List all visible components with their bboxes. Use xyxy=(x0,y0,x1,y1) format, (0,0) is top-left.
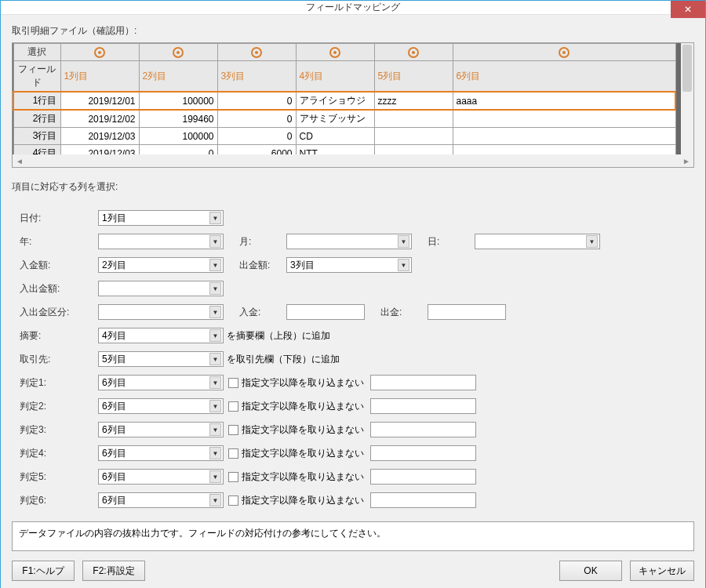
chevron-down-icon: ▼ xyxy=(586,235,598,248)
judge3-label: 判定3: xyxy=(20,423,98,437)
out-input[interactable] xyxy=(428,304,506,320)
table-row[interactable]: 1行目 2019/12/01 100000 0 アライショウジ zzzz aaa… xyxy=(13,92,675,110)
cell: 2019/12/03 xyxy=(60,128,139,145)
grid-col-header[interactable]: 6列目 xyxy=(453,61,675,93)
chevron-down-icon: ▼ xyxy=(398,259,409,271)
grid-col-header[interactable]: 2列目 xyxy=(139,61,217,93)
date-combo[interactable]: 1列目▼ xyxy=(98,210,224,226)
chevron-right-icon: ► xyxy=(682,157,690,165)
judge4-input[interactable] xyxy=(370,445,476,461)
day-label: 日: xyxy=(412,235,475,249)
judge2-combo[interactable]: 6列目▼ xyxy=(98,398,224,414)
preview-label: 取引明細ファイル（確認用）: xyxy=(12,24,694,38)
target-icon xyxy=(94,47,105,58)
chevron-down-icon: ▼ xyxy=(209,259,221,271)
judge2-checkbox[interactable] xyxy=(228,401,238,412)
inout-combo[interactable]: ▼ xyxy=(98,281,224,296)
target-icon xyxy=(329,47,340,58)
judge6-input[interactable] xyxy=(370,492,476,508)
row-header: 2行目 xyxy=(13,110,60,128)
judge6-combo[interactable]: 6列目▼ xyxy=(98,492,224,508)
cell: 0 xyxy=(217,128,296,145)
grid-col-target-6[interactable] xyxy=(453,44,675,61)
deposit-combo[interactable]: 2列目▼ xyxy=(98,257,224,273)
judge1-combo[interactable]: 6列目▼ xyxy=(98,375,224,390)
year-combo[interactable]: ▼ xyxy=(98,234,224,249)
preview-grid: 選択 フィールド 1列目 2列目 3列目 4列目 5列目 xyxy=(12,42,694,168)
cancel-button[interactable]: キャンセル xyxy=(630,561,694,581)
judge4-checkbox[interactable] xyxy=(228,448,238,459)
inout-class-combo[interactable]: ▼ xyxy=(98,304,224,320)
mapping-label: 項目に対応する列を選択: xyxy=(12,180,694,194)
withdraw-label: 出金額: xyxy=(224,259,286,272)
close-button[interactable]: ✕ xyxy=(671,1,705,18)
chevron-left-icon: ◄ xyxy=(16,157,24,165)
cell xyxy=(453,128,675,145)
grid-col-target-1[interactable] xyxy=(60,44,139,61)
judge4-combo[interactable]: 6列目▼ xyxy=(98,445,224,461)
judge6-checkbox[interactable] xyxy=(228,495,238,506)
out-label: 出金: xyxy=(365,306,428,319)
exclude-label: 指定文字以降を取り込まない xyxy=(242,470,364,484)
exclude-label: 指定文字以降を取り込まない xyxy=(242,400,364,413)
judge5-combo[interactable]: 6列目▼ xyxy=(98,469,224,485)
exclude-label: 指定文字以降を取り込まない xyxy=(242,494,364,507)
in-input[interactable] xyxy=(286,304,365,320)
vertical-scrollbar[interactable] xyxy=(681,43,693,154)
info-box: データファイルの内容の抜粋出力です。フィールドの対応付けの参考にしてください。 xyxy=(12,521,694,551)
month-combo[interactable]: ▼ xyxy=(286,234,412,249)
table-row[interactable]: 2行目 2019/12/02 199460 0 アサミブッサン xyxy=(13,110,675,128)
cell: 199460 xyxy=(139,110,217,128)
grid-col-target-5[interactable] xyxy=(374,44,453,61)
grid-select-header[interactable]: 選択 xyxy=(13,44,60,61)
date-label: 日付: xyxy=(20,212,98,225)
grid-col-target-2[interactable] xyxy=(139,44,217,61)
target-icon xyxy=(559,47,570,58)
judge1-checkbox[interactable] xyxy=(228,378,238,388)
row-header: 1行目 xyxy=(13,92,60,110)
judge5-checkbox[interactable] xyxy=(228,472,238,482)
cell: アライショウジ xyxy=(296,92,374,110)
judge3-combo[interactable]: 6列目▼ xyxy=(98,422,224,437)
grid-col-header[interactable]: 4列目 xyxy=(296,61,374,93)
judge2-input[interactable] xyxy=(370,398,476,414)
chevron-down-icon: ▼ xyxy=(209,447,221,459)
withdraw-combo[interactable]: 3列目▼ xyxy=(286,257,412,273)
vendor-combo[interactable]: 5列目▼ xyxy=(98,351,224,367)
summary-combo[interactable]: 4列目▼ xyxy=(98,328,224,343)
grid-col-header[interactable]: 5列目 xyxy=(374,61,453,93)
judge5-input[interactable] xyxy=(370,469,476,485)
judge3-checkbox[interactable] xyxy=(228,425,238,435)
chevron-down-icon: ▼ xyxy=(209,423,221,436)
judge3-input[interactable] xyxy=(370,422,476,437)
day-combo[interactable]: ▼ xyxy=(475,234,600,249)
judge1-input[interactable] xyxy=(370,375,476,390)
inout-label: 入出金額: xyxy=(20,282,98,296)
target-icon xyxy=(173,47,184,58)
window-title: フィールドマッピング xyxy=(306,1,400,14)
field-mapping-dialog: フィールドマッピング ✕ 取引明細ファイル（確認用）: 選択 xyxy=(0,0,706,588)
exclude-label: 指定文字以降を取り込まない xyxy=(242,423,364,437)
ok-button[interactable]: OK xyxy=(559,561,622,581)
grid-col-target-4[interactable] xyxy=(296,44,374,61)
judge1-label: 判定1: xyxy=(20,376,98,390)
row-header: 3行目 xyxy=(13,128,60,145)
grid-col-header[interactable]: 1列目 xyxy=(60,61,139,93)
judge2-label: 判定2: xyxy=(20,400,98,413)
scrollbar-thumb[interactable] xyxy=(682,45,692,92)
help-button[interactable]: F1:ヘルプ xyxy=(12,561,75,581)
table-row[interactable]: 3行目 2019/12/03 100000 0 CD xyxy=(13,128,675,145)
chevron-down-icon: ▼ xyxy=(209,494,221,506)
cell: aaaa xyxy=(453,92,675,110)
cell: 100000 xyxy=(139,92,217,110)
year-label: 年: xyxy=(20,235,98,249)
exclude-label: 指定文字以降を取り込まない xyxy=(242,447,364,460)
titlebar: フィールドマッピング ✕ xyxy=(1,1,705,15)
horizontal-scrollbar[interactable]: ◄ ► xyxy=(13,154,693,167)
cell: 2019/12/02 xyxy=(60,110,139,128)
grid-col-target-3[interactable] xyxy=(217,44,296,61)
chevron-down-icon: ▼ xyxy=(209,353,221,365)
reset-button[interactable]: F2:再設定 xyxy=(82,561,145,581)
summary-label: 摘要: xyxy=(20,329,98,343)
grid-col-header[interactable]: 3列目 xyxy=(217,61,296,93)
